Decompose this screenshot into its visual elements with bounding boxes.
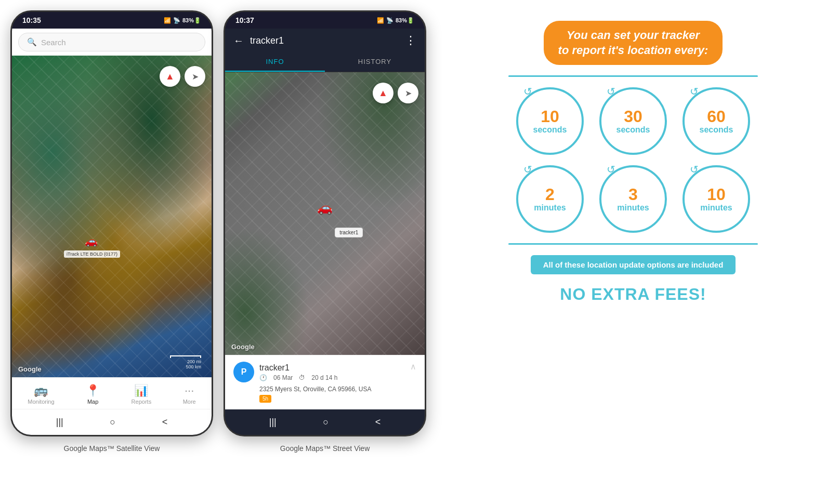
circle-inner-4: 2 minutes (534, 186, 566, 213)
search-placeholder: Search (41, 38, 66, 47)
back-button[interactable]: ← (233, 35, 244, 47)
satellite-map: ▲ ➤ 🚗 iTrack LTE BOLD (0177) Google 200 … (12, 56, 212, 377)
map-label-nav: Map (87, 399, 98, 405)
phone1-frame: 10:35 📶 📡 83%🔋 🔍 Search (10, 10, 213, 436)
time-unit-5: minutes (617, 203, 649, 213)
circle-inner-3: 60 seconds (700, 108, 733, 135)
time-unit-4: minutes (534, 203, 566, 213)
sys-menu-btn[interactable]: ||| (46, 415, 74, 430)
time-number-2: 30 (624, 108, 642, 125)
tracker-duration: 20 d 14 h (311, 374, 337, 381)
circle-inner-2: 30 seconds (616, 108, 650, 135)
time-unit-2: seconds (616, 125, 650, 135)
phone1-signal: 📶 (164, 17, 171, 24)
phone2-wrapper: 10:37 📶 📡 83%🔋 ← tracker1 ⋮ INFO H (224, 10, 426, 453)
phones-section: 10:35 📶 📡 83%🔋 🔍 Search (10, 10, 426, 453)
phone1-status-bar: 10:35 📶 📡 83%🔋 (12, 12, 212, 29)
time-number-1: 10 (541, 108, 559, 125)
tab-history-label: HISTORY (358, 58, 391, 65)
no-extra-fees-text: NO EXTRA FEES! (560, 285, 706, 304)
circle-30sec: ↺ 30 seconds (599, 87, 667, 155)
tracker-header: ← tracker1 ⋮ (225, 29, 425, 52)
phone1-status-icons: 📶 📡 83%🔋 (164, 17, 201, 24)
bottom-divider (508, 243, 758, 245)
nav-reports[interactable]: 📊 Reports (126, 382, 157, 407)
phone2-status-icons: 📶 📡 83%🔋 (377, 17, 414, 24)
sys-back-btn[interactable]: < (152, 415, 178, 430)
phone1-system-nav: ||| ○ < (12, 409, 212, 435)
circle-60sec: ↺ 60 seconds (682, 87, 750, 155)
more-icon: ··· (185, 384, 194, 397)
circle-inner-6: 10 minutes (700, 186, 732, 213)
nav-monitoring[interactable]: 🚌 Monitoring (22, 382, 59, 407)
menu-button[interactable]: ⋮ (405, 34, 416, 47)
tracker-meta: 🕐 06 Mar ⏱ 20 d 14 h (259, 374, 416, 381)
tracker-label-box: tracker1 (335, 228, 363, 237)
phone1-bottom-nav: 🚌 Monitoring 📍 Map 📊 Reports ··· More (12, 377, 212, 409)
reports-label: Reports (132, 399, 152, 405)
phone1-caption: Google Maps™ Satellite View (64, 444, 160, 453)
tracker-info-panel: ∧ P tracker1 🕐 06 Mar ⏱ 20 d 14 h 2325 M… (225, 355, 425, 409)
scale-200mi: 200 mi (187, 359, 201, 364)
scroll-indicator: ∧ (410, 362, 416, 372)
nav-map[interactable]: 📍 Map (81, 382, 105, 407)
tracker-info-row1: P tracker1 🕐 06 Mar ⏱ 20 d 14 h (233, 362, 416, 382)
sys-home-btn[interactable]: ○ (99, 415, 126, 430)
scale-bar: 200 mi 500 km (170, 355, 201, 369)
phone1-wifi: 📡 (173, 17, 180, 24)
tab-history[interactable]: HISTORY (325, 52, 425, 72)
phone1-time: 10:35 (22, 16, 41, 24)
no-fees-banner: All of these location update options are… (531, 255, 736, 274)
scale-line (170, 355, 201, 358)
monitoring-label: Monitoring (28, 399, 54, 405)
pin-icon: 🚗 (85, 235, 98, 247)
tracker-name-section: tracker1 🕐 06 Mar ⏱ 20 d 14 h (259, 363, 416, 381)
street-google-watermark: Google (231, 343, 255, 351)
circle-2min: ↺ 2 minutes (516, 165, 584, 233)
info-title: You can set your tracker to report it's … (558, 28, 708, 58)
circle-arrow-3: ↺ (690, 85, 699, 98)
map-texture (12, 56, 212, 377)
circle-10min: ↺ 10 minutes (682, 165, 750, 233)
tracker-pin: 🚗 (317, 201, 333, 215)
tracker-title: tracker1 (250, 35, 399, 46)
timer-icon: ⏱ (299, 374, 305, 381)
clock-icon: 🕐 (259, 374, 267, 381)
nav-more[interactable]: ··· More (178, 382, 201, 407)
tracker-device-name: tracker1 (259, 363, 416, 373)
time-number-4: 2 (545, 186, 555, 203)
tracker-address: 2325 Myers St, Oroville, CA 95966, USA (259, 386, 416, 393)
phone2-map[interactable]: ▲ ➤ 🚗 tracker1 Google (225, 72, 425, 355)
parking-lot: ▲ ➤ 🚗 tracker1 Google (225, 72, 425, 355)
phone1-battery: 83%🔋 (182, 17, 201, 24)
no-fees-text: All of these location update options are… (543, 260, 724, 269)
street-direction-button[interactable]: ➤ (398, 83, 418, 103)
title-line1: You can set your tracker (567, 29, 700, 42)
phone2-signal: 📶 (377, 17, 384, 24)
street-north-button[interactable]: ▲ (373, 83, 393, 103)
time-number-5: 3 (628, 186, 638, 203)
top-divider (508, 75, 758, 77)
search-input[interactable]: 🔍 Search (18, 33, 205, 51)
circle-arrow-5: ↺ (607, 163, 615, 176)
scale-500km: 500 km (186, 364, 201, 369)
north-button[interactable]: ▲ (160, 66, 180, 87)
phone2-caption: Google Maps™ Street View (280, 444, 370, 453)
sys-home-btn2[interactable]: ○ (312, 415, 339, 430)
phone2-system-nav: ||| ○ < (225, 409, 425, 435)
monitoring-icon: 🚌 (34, 384, 48, 397)
title-banner: You can set your tracker to report it's … (544, 21, 723, 65)
tracker-avatar: P (233, 362, 254, 382)
circle-arrow-4: ↺ (523, 163, 532, 176)
circle-10sec: ↺ 10 seconds (516, 87, 584, 155)
time-unit-1: seconds (533, 125, 567, 135)
circles-grid: ↺ 10 seconds ↺ 30 seconds ↺ 60 seconds ↺… (516, 87, 750, 233)
phone1-map[interactable]: ▲ ➤ 🚗 iTrack LTE BOLD (0177) Google 200 … (12, 56, 212, 377)
phone1-search-bar[interactable]: 🔍 Search (12, 29, 212, 56)
sys-menu-btn2[interactable]: ||| (259, 415, 287, 430)
tab-info[interactable]: INFO (225, 52, 325, 72)
direction-button[interactable]: ➤ (185, 66, 205, 87)
map-label: iTrack LTE BOLD (0177) (64, 250, 120, 258)
sys-back-btn2[interactable]: < (365, 415, 391, 430)
phone1-wrapper: 10:35 📶 📡 83%🔋 🔍 Search (10, 10, 213, 453)
